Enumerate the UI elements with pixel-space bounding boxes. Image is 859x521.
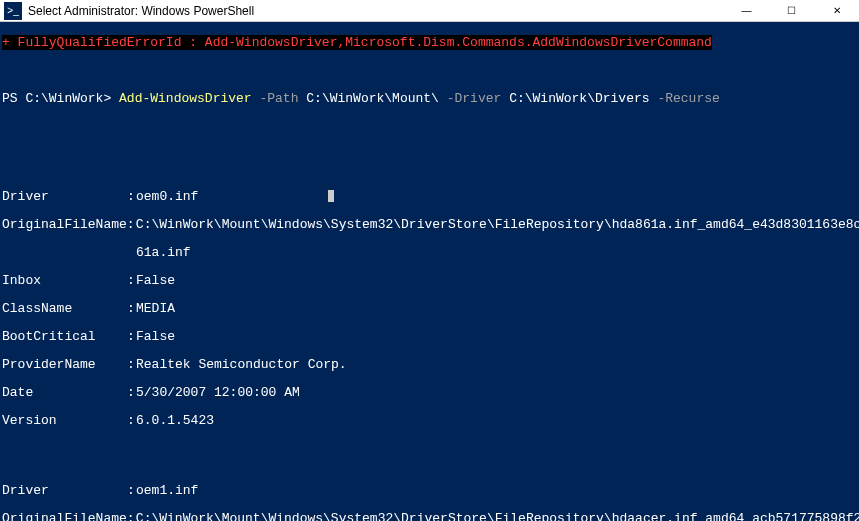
val-inbox: False <box>136 274 175 288</box>
maximize-button[interactable]: ☐ <box>769 0 814 22</box>
text-cursor <box>328 190 334 202</box>
val-origfile: C:\WinWork\Mount\Windows\System32\Driver… <box>136 512 859 521</box>
close-button[interactable]: ✕ <box>814 0 859 22</box>
val-classname: MEDIA <box>136 302 175 316</box>
val-date: 5/30/2007 12:00:00 AM <box>136 386 300 400</box>
label-driver: Driver <box>2 484 127 498</box>
minimize-button[interactable]: — <box>724 0 769 22</box>
label-driver: Driver <box>2 190 127 204</box>
window-controls: — ☐ ✕ <box>724 0 859 22</box>
label-date: Date <box>2 386 127 400</box>
terminal-output[interactable]: + FullyQualifiedErrorId : Add-WindowsDri… <box>0 22 859 521</box>
prompt-line: PS C:\WinWork> Add-WindowsDriver -Path C… <box>2 92 857 106</box>
label-bootcritical: BootCritical <box>2 330 127 344</box>
param-driver: -Driver <box>447 91 509 106</box>
val-driver: oem1.inf <box>136 484 198 498</box>
val-providername: Realtek Semiconductor Corp. <box>136 358 347 372</box>
prompt-prefix: PS C:\WinWork> <box>2 91 119 106</box>
param-path: -Path <box>259 91 306 106</box>
label-providername: ProviderName <box>2 358 127 372</box>
label-originalfilename: OriginalFileName <box>2 512 127 521</box>
powershell-icon: >_ <box>4 2 22 20</box>
error-line: + FullyQualifiedErrorId : Add-WindowsDri… <box>2 35 712 50</box>
cmdlet-name: Add-WindowsDriver <box>119 91 259 106</box>
arg-path: C:\WinWork\Mount\ <box>306 91 446 106</box>
titlebar: >_ Select Administrator: Windows PowerSh… <box>0 0 859 22</box>
val-version: 6.0.1.5423 <box>136 414 214 428</box>
val-driver: oem0.inf <box>136 190 198 204</box>
label-inbox: Inbox <box>2 274 127 288</box>
val-origfile-wrap: 61a.inf <box>2 246 857 260</box>
val-bootcritical: False <box>136 330 175 344</box>
label-originalfilename: OriginalFileName <box>2 218 127 232</box>
window-title: Select Administrator: Windows PowerShell <box>28 4 724 18</box>
label-version: Version <box>2 414 127 428</box>
val-origfile: C:\WinWork\Mount\Windows\System32\Driver… <box>136 218 859 232</box>
arg-driver: C:\WinWork\Drivers <box>509 91 657 106</box>
label-classname: ClassName <box>2 302 127 316</box>
param-recurse: -Recurse <box>657 91 719 106</box>
